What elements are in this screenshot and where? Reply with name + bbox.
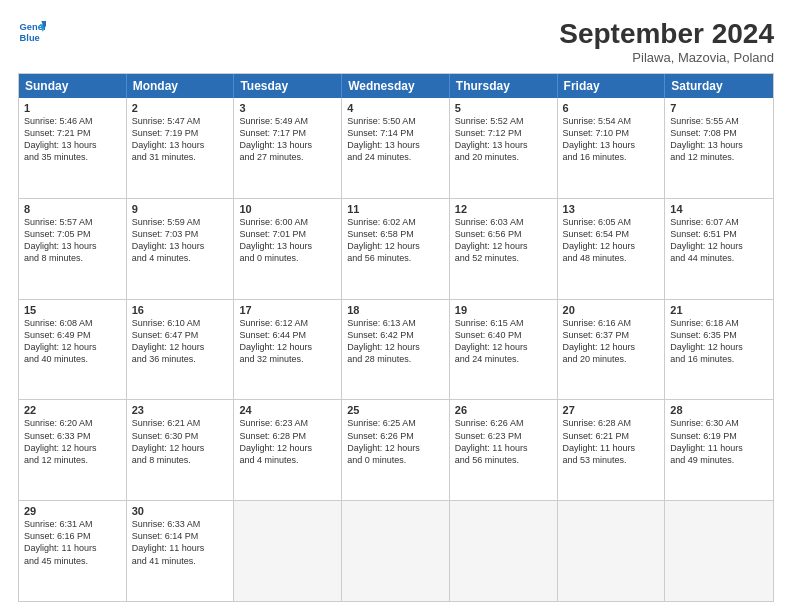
day-info: Sunrise: 6:25 AM Sunset: 6:26 PM Dayligh… (347, 417, 444, 466)
day-number: 26 (455, 404, 552, 416)
day-info: Sunrise: 6:05 AM Sunset: 6:54 PM Dayligh… (563, 216, 660, 265)
day-number: 6 (563, 102, 660, 114)
table-row: 15Sunrise: 6:08 AM Sunset: 6:49 PM Dayli… (19, 300, 127, 400)
table-row: 19Sunrise: 6:15 AM Sunset: 6:40 PM Dayli… (450, 300, 558, 400)
day-number: 7 (670, 102, 768, 114)
day-info: Sunrise: 6:16 AM Sunset: 6:37 PM Dayligh… (563, 317, 660, 366)
day-info: Sunrise: 5:46 AM Sunset: 7:21 PM Dayligh… (24, 115, 121, 164)
day-info: Sunrise: 6:26 AM Sunset: 6:23 PM Dayligh… (455, 417, 552, 466)
header-saturday: Saturday (665, 74, 773, 98)
day-number: 18 (347, 304, 444, 316)
title-block: September 2024 Pilawa, Mazovia, Poland (559, 18, 774, 65)
month-title: September 2024 (559, 18, 774, 50)
day-number: 19 (455, 304, 552, 316)
day-info: Sunrise: 6:23 AM Sunset: 6:28 PM Dayligh… (239, 417, 336, 466)
day-info: Sunrise: 6:28 AM Sunset: 6:21 PM Dayligh… (563, 417, 660, 466)
day-info: Sunrise: 5:57 AM Sunset: 7:05 PM Dayligh… (24, 216, 121, 265)
table-row: 29Sunrise: 6:31 AM Sunset: 6:16 PM Dayli… (19, 501, 127, 601)
table-row: 18Sunrise: 6:13 AM Sunset: 6:42 PM Dayli… (342, 300, 450, 400)
table-row: 23Sunrise: 6:21 AM Sunset: 6:30 PM Dayli… (127, 400, 235, 500)
svg-text:Blue: Blue (20, 33, 40, 43)
calendar-row-3: 15Sunrise: 6:08 AM Sunset: 6:49 PM Dayli… (19, 300, 773, 401)
header-friday: Friday (558, 74, 666, 98)
day-info: Sunrise: 5:54 AM Sunset: 7:10 PM Dayligh… (563, 115, 660, 164)
day-info: Sunrise: 6:18 AM Sunset: 6:35 PM Dayligh… (670, 317, 768, 366)
table-row: 13Sunrise: 6:05 AM Sunset: 6:54 PM Dayli… (558, 199, 666, 299)
table-row: 28Sunrise: 6:30 AM Sunset: 6:19 PM Dayli… (665, 400, 773, 500)
day-number: 4 (347, 102, 444, 114)
day-info: Sunrise: 6:31 AM Sunset: 6:16 PM Dayligh… (24, 518, 121, 567)
table-row: 11Sunrise: 6:02 AM Sunset: 6:58 PM Dayli… (342, 199, 450, 299)
table-row: 20Sunrise: 6:16 AM Sunset: 6:37 PM Dayli… (558, 300, 666, 400)
table-row: 24Sunrise: 6:23 AM Sunset: 6:28 PM Dayli… (234, 400, 342, 500)
table-row: 30Sunrise: 6:33 AM Sunset: 6:14 PM Dayli… (127, 501, 235, 601)
day-number: 11 (347, 203, 444, 215)
day-number: 2 (132, 102, 229, 114)
header-tuesday: Tuesday (234, 74, 342, 98)
table-row: 10Sunrise: 6:00 AM Sunset: 7:01 PM Dayli… (234, 199, 342, 299)
table-row (234, 501, 342, 601)
day-info: Sunrise: 6:03 AM Sunset: 6:56 PM Dayligh… (455, 216, 552, 265)
calendar-row-1: 1Sunrise: 5:46 AM Sunset: 7:21 PM Daylig… (19, 98, 773, 199)
day-info: Sunrise: 5:49 AM Sunset: 7:17 PM Dayligh… (239, 115, 336, 164)
table-row: 22Sunrise: 6:20 AM Sunset: 6:33 PM Dayli… (19, 400, 127, 500)
table-row: 17Sunrise: 6:12 AM Sunset: 6:44 PM Dayli… (234, 300, 342, 400)
day-info: Sunrise: 6:12 AM Sunset: 6:44 PM Dayligh… (239, 317, 336, 366)
table-row: 2Sunrise: 5:47 AM Sunset: 7:19 PM Daylig… (127, 98, 235, 198)
day-info: Sunrise: 5:50 AM Sunset: 7:14 PM Dayligh… (347, 115, 444, 164)
day-number: 9 (132, 203, 229, 215)
header-wednesday: Wednesday (342, 74, 450, 98)
table-row: 12Sunrise: 6:03 AM Sunset: 6:56 PM Dayli… (450, 199, 558, 299)
table-row: 27Sunrise: 6:28 AM Sunset: 6:21 PM Dayli… (558, 400, 666, 500)
table-row: 25Sunrise: 6:25 AM Sunset: 6:26 PM Dayli… (342, 400, 450, 500)
day-info: Sunrise: 6:30 AM Sunset: 6:19 PM Dayligh… (670, 417, 768, 466)
day-number: 30 (132, 505, 229, 517)
table-row (665, 501, 773, 601)
day-info: Sunrise: 6:10 AM Sunset: 6:47 PM Dayligh… (132, 317, 229, 366)
table-row: 6Sunrise: 5:54 AM Sunset: 7:10 PM Daylig… (558, 98, 666, 198)
day-info: Sunrise: 6:33 AM Sunset: 6:14 PM Dayligh… (132, 518, 229, 567)
table-row: 21Sunrise: 6:18 AM Sunset: 6:35 PM Dayli… (665, 300, 773, 400)
day-info: Sunrise: 6:15 AM Sunset: 6:40 PM Dayligh… (455, 317, 552, 366)
day-info: Sunrise: 5:55 AM Sunset: 7:08 PM Dayligh… (670, 115, 768, 164)
day-number: 16 (132, 304, 229, 316)
calendar-row-4: 22Sunrise: 6:20 AM Sunset: 6:33 PM Dayli… (19, 400, 773, 501)
table-row (558, 501, 666, 601)
day-info: Sunrise: 5:59 AM Sunset: 7:03 PM Dayligh… (132, 216, 229, 265)
table-row: 9Sunrise: 5:59 AM Sunset: 7:03 PM Daylig… (127, 199, 235, 299)
day-number: 24 (239, 404, 336, 416)
header-thursday: Thursday (450, 74, 558, 98)
table-row: 7Sunrise: 5:55 AM Sunset: 7:08 PM Daylig… (665, 98, 773, 198)
calendar-row-2: 8Sunrise: 5:57 AM Sunset: 7:05 PM Daylig… (19, 199, 773, 300)
table-row: 14Sunrise: 6:07 AM Sunset: 6:51 PM Dayli… (665, 199, 773, 299)
day-number: 8 (24, 203, 121, 215)
day-number: 13 (563, 203, 660, 215)
day-number: 23 (132, 404, 229, 416)
day-info: Sunrise: 6:13 AM Sunset: 6:42 PM Dayligh… (347, 317, 444, 366)
day-number: 21 (670, 304, 768, 316)
day-number: 15 (24, 304, 121, 316)
calendar-row-5: 29Sunrise: 6:31 AM Sunset: 6:16 PM Dayli… (19, 501, 773, 601)
day-number: 12 (455, 203, 552, 215)
day-info: Sunrise: 6:02 AM Sunset: 6:58 PM Dayligh… (347, 216, 444, 265)
table-row: 16Sunrise: 6:10 AM Sunset: 6:47 PM Dayli… (127, 300, 235, 400)
day-number: 28 (670, 404, 768, 416)
day-info: Sunrise: 6:07 AM Sunset: 6:51 PM Dayligh… (670, 216, 768, 265)
header-monday: Monday (127, 74, 235, 98)
table-row (450, 501, 558, 601)
day-info: Sunrise: 6:00 AM Sunset: 7:01 PM Dayligh… (239, 216, 336, 265)
calendar: Sunday Monday Tuesday Wednesday Thursday… (18, 73, 774, 602)
day-number: 27 (563, 404, 660, 416)
location: Pilawa, Mazovia, Poland (559, 50, 774, 65)
calendar-header: Sunday Monday Tuesday Wednesday Thursday… (19, 74, 773, 98)
day-number: 20 (563, 304, 660, 316)
table-row: 8Sunrise: 5:57 AM Sunset: 7:05 PM Daylig… (19, 199, 127, 299)
logo: General Blue (18, 18, 46, 46)
header-sunday: Sunday (19, 74, 127, 98)
day-number: 3 (239, 102, 336, 114)
day-info: Sunrise: 6:20 AM Sunset: 6:33 PM Dayligh… (24, 417, 121, 466)
day-number: 1 (24, 102, 121, 114)
day-info: Sunrise: 5:47 AM Sunset: 7:19 PM Dayligh… (132, 115, 229, 164)
day-number: 14 (670, 203, 768, 215)
calendar-body: 1Sunrise: 5:46 AM Sunset: 7:21 PM Daylig… (19, 98, 773, 601)
